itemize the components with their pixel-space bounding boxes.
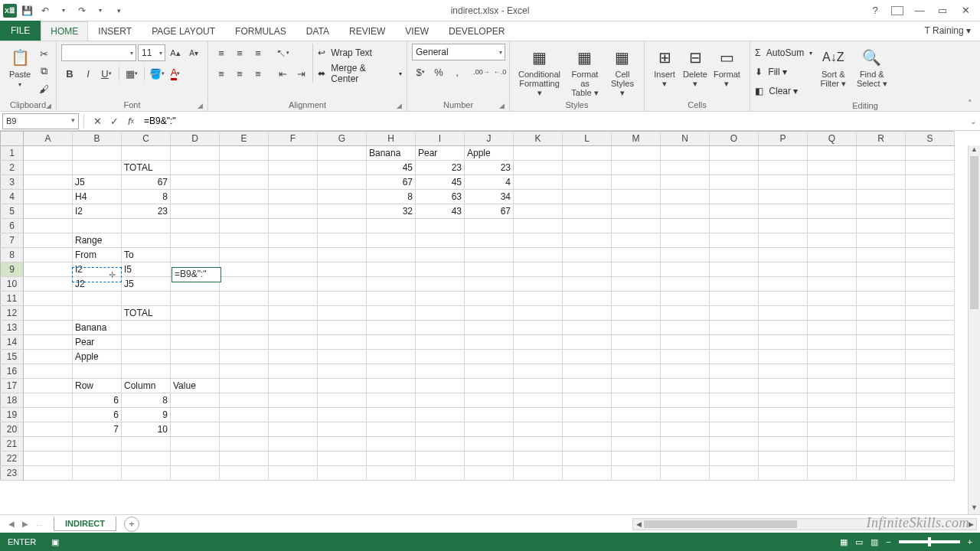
cell-R18[interactable] xyxy=(857,393,906,408)
row-header-9[interactable]: 9 xyxy=(1,262,24,277)
cell-R15[interactable] xyxy=(857,350,906,364)
vertical-scrollbar[interactable]: ▲ ▼ xyxy=(968,145,980,514)
cell-I1[interactable]: Pear xyxy=(416,146,465,161)
cell-H13[interactable] xyxy=(367,321,416,335)
autosum-button[interactable]: Σ AutoSum ▾ xyxy=(755,44,812,62)
name-box[interactable]: B9▾ xyxy=(2,113,79,129)
horizontal-scrollbar[interactable]: ◀ ▶ xyxy=(632,518,977,530)
cell-P8[interactable] xyxy=(759,248,808,262)
cell-P22[interactable] xyxy=(759,452,808,466)
cell-H21[interactable] xyxy=(367,437,416,452)
cell-E2[interactable] xyxy=(220,161,269,175)
cell-P16[interactable] xyxy=(759,364,808,379)
cell-P3[interactable] xyxy=(759,175,808,190)
fill-color-button[interactable]: 🪣▾ xyxy=(149,65,165,82)
cell-H18[interactable] xyxy=(367,393,416,408)
cell-H14[interactable] xyxy=(367,335,416,350)
cell-F7[interactable] xyxy=(269,233,318,248)
cell-P20[interactable] xyxy=(759,422,808,437)
cell-M16[interactable] xyxy=(612,364,661,379)
cell-N9[interactable] xyxy=(661,262,710,277)
cell-M23[interactable] xyxy=(612,466,661,481)
cell-O18[interactable] xyxy=(710,393,759,408)
cell-B1[interactable] xyxy=(73,146,122,161)
cell-M9[interactable] xyxy=(612,262,661,277)
cell-E12[interactable] xyxy=(220,306,269,321)
cell-C23[interactable] xyxy=(122,466,171,481)
cell-D23[interactable] xyxy=(171,466,220,481)
row-header-15[interactable]: 15 xyxy=(1,350,24,364)
cell-S22[interactable] xyxy=(906,452,955,466)
cell-M10[interactable] xyxy=(612,277,661,292)
cell-G18[interactable] xyxy=(318,393,367,408)
cell-G21[interactable] xyxy=(318,437,367,452)
cell-H9[interactable] xyxy=(367,262,416,277)
cell-C10[interactable]: J5 xyxy=(122,277,171,292)
column-header-O[interactable]: O xyxy=(710,132,759,146)
scroll-down-icon[interactable]: ▼ xyxy=(969,504,980,514)
cell-H15[interactable] xyxy=(367,350,416,364)
cell-S18[interactable] xyxy=(906,393,955,408)
cell-R6[interactable] xyxy=(857,219,906,233)
cell-E13[interactable] xyxy=(220,321,269,335)
expand-formula-button[interactable]: ⌄ xyxy=(966,117,980,126)
row-header-19[interactable]: 19 xyxy=(1,408,24,422)
accounting-format-button[interactable]: $▾ xyxy=(412,64,429,80)
cell-B22[interactable] xyxy=(73,452,122,466)
cell-M19[interactable] xyxy=(612,408,661,422)
cell-F15[interactable] xyxy=(269,350,318,364)
collapse-ribbon-button[interactable]: ˄ xyxy=(963,97,977,109)
cell-E21[interactable] xyxy=(220,437,269,452)
align-right-button[interactable]: ≡ xyxy=(250,65,266,82)
cell-R8[interactable] xyxy=(857,248,906,262)
cell-J17[interactable] xyxy=(465,379,514,393)
cell-O1[interactable] xyxy=(710,146,759,161)
cell-R21[interactable] xyxy=(857,437,906,452)
cell-G8[interactable] xyxy=(318,248,367,262)
percent-button[interactable]: % xyxy=(430,64,447,80)
cell-S12[interactable] xyxy=(906,306,955,321)
hscroll-thumb[interactable] xyxy=(644,520,797,528)
cell-E14[interactable] xyxy=(220,335,269,350)
cell-D1[interactable] xyxy=(171,146,220,161)
cell-O22[interactable] xyxy=(710,452,759,466)
row-header-12[interactable]: 12 xyxy=(1,306,24,321)
cell-M11[interactable] xyxy=(612,292,661,306)
cell-L4[interactable] xyxy=(563,190,612,204)
cell-N16[interactable] xyxy=(661,364,710,379)
cell-Q15[interactable] xyxy=(808,350,857,364)
cell-F18[interactable] xyxy=(269,393,318,408)
cell-S17[interactable] xyxy=(906,379,955,393)
cell-K16[interactable] xyxy=(514,364,563,379)
cell-A3[interactable] xyxy=(24,175,73,190)
cell-B11[interactable] xyxy=(73,292,122,306)
cell-L10[interactable] xyxy=(563,277,612,292)
bold-button[interactable]: B xyxy=(61,65,78,82)
cell-F6[interactable] xyxy=(269,219,318,233)
cell-O3[interactable] xyxy=(710,175,759,190)
cell-A22[interactable] xyxy=(24,452,73,466)
cell-P15[interactable] xyxy=(759,350,808,364)
cell-K3[interactable] xyxy=(514,175,563,190)
cell-L23[interactable] xyxy=(563,466,612,481)
cell-S1[interactable] xyxy=(906,146,955,161)
cell-M3[interactable] xyxy=(612,175,661,190)
cell-C6[interactable] xyxy=(122,219,171,233)
cell-Q13[interactable] xyxy=(808,321,857,335)
cell-F4[interactable] xyxy=(269,190,318,204)
cell-K19[interactable] xyxy=(514,408,563,422)
cell-O19[interactable] xyxy=(710,408,759,422)
row-header-20[interactable]: 20 xyxy=(1,422,24,437)
row-header-7[interactable]: 7 xyxy=(1,233,24,248)
cell-J20[interactable] xyxy=(465,422,514,437)
cell-D15[interactable] xyxy=(171,350,220,364)
cell-H1[interactable]: Banana xyxy=(367,146,416,161)
cell-B16[interactable] xyxy=(73,364,122,379)
cell-H17[interactable] xyxy=(367,379,416,393)
cell-A5[interactable] xyxy=(24,204,73,219)
cell-B2[interactable] xyxy=(73,161,122,175)
cell-S8[interactable] xyxy=(906,248,955,262)
cell-M17[interactable] xyxy=(612,379,661,393)
cell-O21[interactable] xyxy=(710,437,759,452)
cell-L2[interactable] xyxy=(563,161,612,175)
